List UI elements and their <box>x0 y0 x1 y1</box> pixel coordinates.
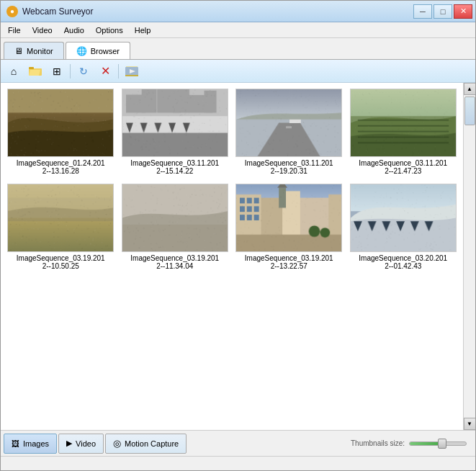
thumbnails-size-container: Thumbnails size: <box>351 439 472 447</box>
thumbnail-item-2[interactable]: ImageSequence_03.11.2012--15.14.22 <box>121 89 230 175</box>
toolbar-delete-button[interactable]: ✕ <box>95 62 115 81</box>
menu-file[interactable]: File <box>2 24 27 36</box>
images-tab-label: Images <box>23 439 49 448</box>
title-bar-controls: ─ □ ✕ <box>413 4 472 19</box>
video-tab-label: Video <box>76 439 96 448</box>
scrollbar-thumb[interactable] <box>464 97 475 125</box>
toolbar-open-button[interactable] <box>25 62 45 81</box>
tab-bar: 🖥 Monitor 🌐 Browser <box>1 38 475 60</box>
title-bar-left: ● Webcam Surveyor <box>6 6 93 17</box>
menu-help[interactable]: Help <box>129 24 157 36</box>
toolbar-home-button[interactable]: ⌂ <box>4 62 24 81</box>
thumbnail-label-4: ImageSequence_03.11.2012--21.47.23 <box>359 159 447 175</box>
title-bar: ● Webcam Surveyor ─ □ ✕ <box>1 1 475 22</box>
tab-browser[interactable]: 🌐 Browser <box>66 42 130 59</box>
window-title: Webcam Surveyor <box>22 6 93 17</box>
scrollbar-up-button[interactable]: ▲ <box>464 83 476 95</box>
toolbar-separator-2 <box>118 64 119 78</box>
motion-capture-tab-label: Motion Capture <box>125 439 179 448</box>
video-tab-icon: ▶ <box>66 439 72 448</box>
toolbar: ⌂ ⊞ ↻ ✕ <box>1 60 475 83</box>
tab-monitor[interactable]: 🖥 Monitor <box>4 42 64 59</box>
thumbnail-label-5: ImageSequence_03.19.2012--10.50.25 <box>17 254 105 270</box>
thumbnail-image-6 <box>122 184 228 252</box>
svg-rect-6 <box>125 75 138 76</box>
slider-thumb[interactable] <box>438 439 446 449</box>
browser-area[interactable]: ImageSequence_01.24.2012--13.16.28 Image… <box>1 83 463 430</box>
thumbnail-item-3[interactable]: ImageSequence_03.11.2012--19.20.31 <box>235 89 343 175</box>
monitor-tab-icon: 🖥 <box>14 46 23 56</box>
close-button[interactable]: ✕ <box>454 4 472 19</box>
images-tab-icon: 🖼 <box>12 439 19 448</box>
scrollbar-down-button[interactable]: ▼ <box>464 418 476 430</box>
thumbnails-size-slider[interactable] <box>409 441 467 446</box>
svg-rect-5 <box>126 66 138 67</box>
main-window: ● Webcam Surveyor ─ □ ✕ File Video Audio… <box>0 0 476 471</box>
bottom-tab-motion-capture[interactable]: ◎ Motion Capture <box>105 434 187 454</box>
thumbnail-image-5 <box>7 184 114 252</box>
svg-rect-2 <box>29 67 34 69</box>
thumbnail-image-1 <box>7 89 114 157</box>
menu-audio[interactable]: Audio <box>58 24 90 36</box>
menu-options[interactable]: Options <box>90 24 129 36</box>
thumbnail-label-3: ImageSequence_03.11.2012--19.20.31 <box>245 159 333 175</box>
thumbnail-label-7: ImageSequence_03.19.2012--13.22.57 <box>245 254 333 270</box>
minimize-button[interactable]: ─ <box>413 4 432 19</box>
bottom-tab-images[interactable]: 🖼 Images <box>4 434 57 454</box>
main-content: ImageSequence_01.24.2012--13.16.28 Image… <box>1 83 475 430</box>
app-icon: ● <box>6 6 18 17</box>
thumbnail-label-8: ImageSequence_03.20.2012--01.42.43 <box>359 254 447 270</box>
toolbar-view-button[interactable]: ⊞ <box>47 62 67 81</box>
thumbnail-item-4[interactable]: ImageSequence_03.11.2012--21.47.23 <box>349 89 458 175</box>
toolbar-play-button[interactable] <box>122 62 142 81</box>
thumbnail-image-8 <box>350 184 457 252</box>
tab-browser-label: Browser <box>91 47 120 55</box>
bottom-tab-video[interactable]: ▶ Video <box>58 434 104 454</box>
toolbar-refresh-button[interactable]: ↻ <box>73 62 94 81</box>
maximize-button[interactable]: □ <box>434 4 452 19</box>
thumbnail-label-1: ImageSequence_01.24.2012--13.16.28 <box>17 159 105 175</box>
play-icon <box>125 66 138 77</box>
bottom-bar: 🖼 Images ▶ Video ◎ Motion Capture Thumbn… <box>1 430 475 456</box>
thumbnail-item-8[interactable]: ImageSequence_03.20.2012--01.42.43 <box>349 184 458 270</box>
toolbar-separator-1 <box>70 64 71 78</box>
motion-capture-tab-icon: ◎ <box>113 438 121 449</box>
open-folder-icon <box>29 66 42 77</box>
thumbnail-image-2 <box>122 89 228 157</box>
thumbnail-label-6: ImageSequence_03.19.2012--11.34.04 <box>130 254 219 270</box>
tab-monitor-label: Monitor <box>27 47 53 55</box>
thumbnail-item-1[interactable]: ImageSequence_01.24.2012--13.16.28 <box>6 89 115 175</box>
status-bar <box>1 456 475 470</box>
scrollbar-track[interactable]: ▲ ▼ <box>463 83 475 430</box>
slider-fill <box>410 442 441 445</box>
thumbnail-item-5[interactable]: ImageSequence_03.19.2012--10.50.25 <box>6 184 115 270</box>
thumbnail-item-6[interactable]: ImageSequence_03.19.2012--11.34.04 <box>121 184 230 270</box>
thumbnail-image-7 <box>235 184 342 252</box>
thumbnail-image-3 <box>235 89 342 157</box>
menu-video[interactable]: Video <box>27 24 58 36</box>
thumbnail-label-2: ImageSequence_03.11.2012--15.14.22 <box>130 159 219 175</box>
svg-marker-3 <box>29 70 40 76</box>
browser-tab-icon: 🌐 <box>76 46 87 56</box>
thumbnail-item-7[interactable]: ImageSequence_03.19.2012--13.22.57 <box>235 184 343 270</box>
thumbnails-grid: ImageSequence_01.24.2012--13.16.28 Image… <box>6 89 457 270</box>
menu-bar: File Video Audio Options Help <box>1 22 475 38</box>
thumbnail-image-4 <box>350 89 457 157</box>
thumbnails-size-label: Thumbnails size: <box>351 439 405 447</box>
